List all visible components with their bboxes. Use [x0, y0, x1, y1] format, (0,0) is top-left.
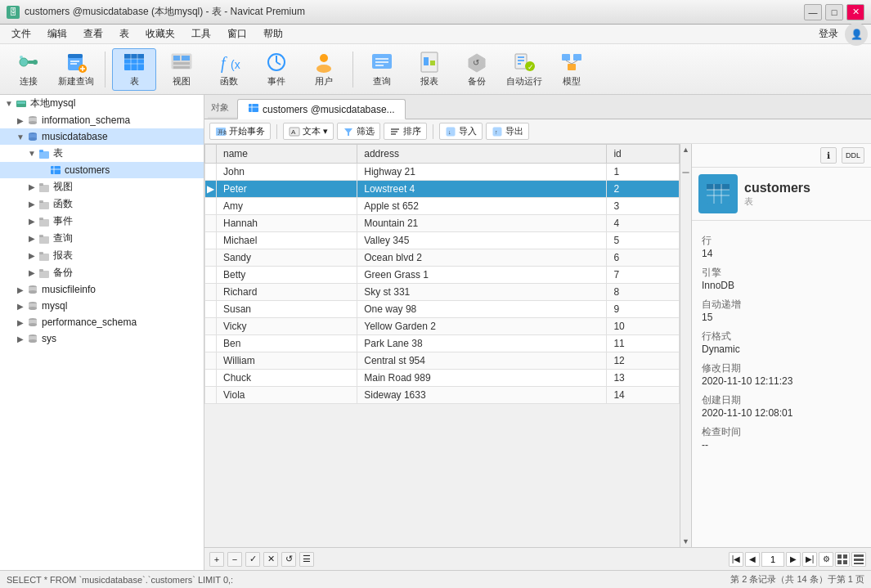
- sidebar-item-queries-folder[interactable]: ▶ 查询: [0, 230, 204, 247]
- table-row[interactable]: John Highway 21 1: [205, 164, 680, 181]
- cell-name[interactable]: Hannah: [217, 215, 357, 232]
- cell-name[interactable]: Richard: [217, 284, 357, 301]
- cell-address[interactable]: Ocean blvd 2: [357, 249, 607, 267]
- cell-id[interactable]: 2: [607, 181, 680, 198]
- toolbar-user-button[interactable]: 用户: [302, 48, 346, 91]
- scroll-down-arrow[interactable]: ▼: [680, 536, 691, 547]
- table-row[interactable]: Chuck Main Road 989 13: [205, 370, 680, 387]
- cell-name[interactable]: John: [217, 164, 357, 181]
- cell-name[interactable]: William: [217, 352, 357, 370]
- cell-name[interactable]: Vicky: [217, 318, 357, 335]
- toolbar-newquery-button[interactable]: 新建查询: [54, 48, 98, 91]
- sidebar-item-musicfileinfo[interactable]: ▶ musicfileinfo: [0, 281, 204, 298]
- begin-transaction-button[interactable]: 开始 开始事务: [209, 123, 271, 140]
- cell-id[interactable]: 13: [607, 370, 680, 387]
- cell-address[interactable]: Main Road 989: [357, 370, 607, 387]
- tab-customers[interactable]: customers @musicdatabase...: [237, 99, 406, 119]
- cell-name[interactable]: Sandy: [217, 249, 357, 267]
- cell-address[interactable]: Highway 21: [357, 164, 607, 181]
- first-page-button[interactable]: |◀: [729, 552, 743, 567]
- table-row[interactable]: Susan One way 98 9: [205, 301, 680, 318]
- cell-address[interactable]: Park Lane 38: [357, 335, 607, 352]
- sidebar-item-musicdb[interactable]: ▼ musicdatabase: [0, 128, 204, 145]
- prev-page-button[interactable]: ◀: [745, 552, 760, 567]
- sidebar-item-functions-folder[interactable]: ▶ 函数: [0, 195, 204, 213]
- table-row[interactable]: Viola Sideway 1633 14: [205, 387, 680, 404]
- info-icon-btn[interactable]: ℹ: [820, 147, 837, 164]
- cell-name[interactable]: Peter: [217, 181, 357, 198]
- maximize-button[interactable]: □: [825, 4, 843, 20]
- sidebar-item-backups-folder[interactable]: ▶ 备份: [0, 264, 204, 281]
- menu-help[interactable]: 帮助: [255, 25, 291, 43]
- cell-address[interactable]: Central st 954: [357, 352, 607, 370]
- sidebar-item-views-folder[interactable]: ▶ 视图: [0, 178, 204, 195]
- cell-name[interactable]: Betty: [217, 267, 357, 284]
- scroll-thumb[interactable]: [682, 172, 689, 173]
- import-button[interactable]: ↓ 导入: [439, 123, 483, 140]
- cell-address[interactable]: One way 98: [357, 301, 607, 318]
- close-button[interactable]: ✕: [846, 4, 864, 20]
- toolbar-view-button[interactable]: 视图: [159, 48, 204, 91]
- menu-favorites[interactable]: 收藏夹: [137, 25, 183, 43]
- menu-window[interactable]: 窗口: [219, 25, 255, 43]
- settings-button[interactable]: ⚙: [819, 552, 833, 567]
- toolbar-connect-button[interactable]: 连接: [7, 48, 51, 91]
- ddl-icon-btn[interactable]: DDL: [842, 147, 864, 164]
- cell-name[interactable]: Michael: [217, 232, 357, 249]
- sidebar-item-sys[interactable]: ▶ sys: [0, 330, 204, 347]
- cell-name[interactable]: Amy: [217, 198, 357, 215]
- cell-id[interactable]: 14: [607, 387, 680, 404]
- menu-edit[interactable]: 编辑: [39, 25, 75, 43]
- scroll-track[interactable]: [680, 155, 691, 536]
- toolbar-autorun-button[interactable]: ✓ 自动运行: [502, 48, 546, 91]
- table-row[interactable]: Betty Green Grass 1 7: [205, 267, 680, 284]
- sort-button[interactable]: 排序: [384, 123, 427, 140]
- toolbar-table-button[interactable]: 表: [112, 48, 156, 91]
- cell-name[interactable]: Ben: [217, 335, 357, 352]
- toolbar-backup-button[interactable]: ↺ 备份: [455, 48, 499, 91]
- table-row[interactable]: Ben Park Lane 38 11: [205, 335, 680, 352]
- cell-id[interactable]: 6: [607, 249, 680, 267]
- cell-address[interactable]: Lowstreet 4: [357, 181, 607, 198]
- cell-id[interactable]: 10: [607, 318, 680, 335]
- sidebar-item-events-folder[interactable]: ▶ 事件: [0, 213, 204, 230]
- scroll-up-arrow[interactable]: ▲: [680, 144, 691, 155]
- cell-id[interactable]: 7: [607, 267, 680, 284]
- cell-name[interactable]: Susan: [217, 301, 357, 318]
- toolbar-function-button[interactable]: f (x) 函数: [207, 48, 251, 91]
- confirm-button[interactable]: ✓: [245, 552, 260, 567]
- table-row[interactable]: Hannah Mountain 21 4: [205, 215, 680, 232]
- cell-id[interactable]: 11: [607, 335, 680, 352]
- menu-table[interactable]: 表: [111, 25, 137, 43]
- filter-button[interactable]: 筛选: [337, 123, 380, 140]
- minimize-button[interactable]: —: [804, 4, 822, 20]
- table-row[interactable]: Michael Valley 345 5: [205, 232, 680, 249]
- table-row[interactable]: Amy Apple st 652 3: [205, 198, 680, 215]
- sidebar-item-local[interactable]: ▼ 本地mysql: [0, 95, 204, 112]
- text-button[interactable]: A 文本 ▾: [283, 123, 334, 140]
- table-row[interactable]: William Central st 954 12: [205, 352, 680, 370]
- toolbar-query2-button[interactable]: 查询: [360, 48, 404, 91]
- table-row[interactable]: Sandy Ocean blvd 2 6: [205, 249, 680, 267]
- cell-name[interactable]: Chuck: [217, 370, 357, 387]
- refresh-button[interactable]: ↺: [281, 552, 296, 567]
- menu-button[interactable]: ☰: [299, 552, 314, 567]
- sidebar-item-mysql[interactable]: ▶ mysql: [0, 298, 204, 314]
- next-page-button[interactable]: ▶: [786, 552, 801, 567]
- cell-address[interactable]: Apple st 652: [357, 198, 607, 215]
- cell-id[interactable]: 9: [607, 301, 680, 318]
- form-view-button[interactable]: [851, 552, 866, 567]
- cell-id[interactable]: 3: [607, 198, 680, 215]
- cell-address[interactable]: Mountain 21: [357, 215, 607, 232]
- menu-file[interactable]: 文件: [3, 25, 39, 43]
- cancel-button[interactable]: ✕: [263, 552, 278, 567]
- cell-address[interactable]: Green Grass 1: [357, 267, 607, 284]
- col-name[interactable]: name: [217, 145, 357, 164]
- toolbar-report-button[interactable]: 报表: [407, 48, 451, 91]
- sidebar-item-infoschema[interactable]: ▶ information_schema: [0, 112, 204, 128]
- last-page-button[interactable]: ▶|: [802, 552, 817, 567]
- grid-view-button[interactable]: [835, 552, 850, 567]
- sidebar-item-tables-folder[interactable]: ▼ 表: [0, 145, 204, 162]
- col-id[interactable]: id: [607, 145, 680, 164]
- cell-address[interactable]: Yellow Garden 2: [357, 318, 607, 335]
